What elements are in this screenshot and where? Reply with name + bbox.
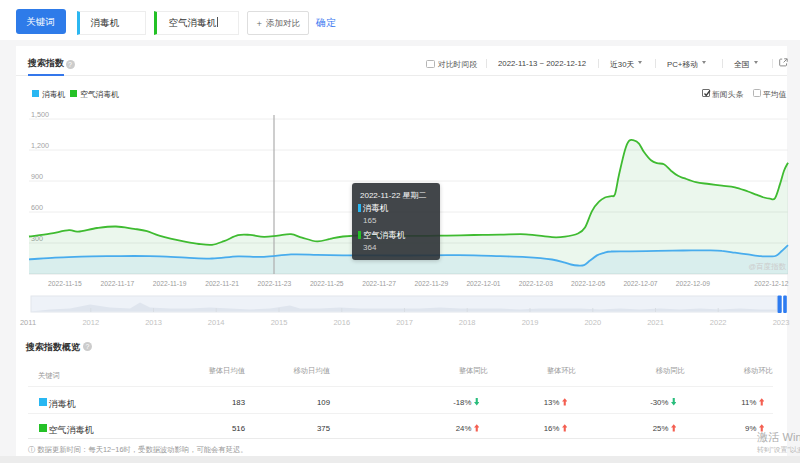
svg-text:2013: 2013 (145, 318, 162, 327)
svg-text:2018: 2018 (459, 318, 476, 327)
svg-text:2017: 2017 (396, 318, 413, 327)
svg-text:2022-11-25: 2022-11-25 (310, 280, 344, 287)
svg-text:2022-12-05: 2022-12-05 (571, 280, 605, 287)
svg-text:2019: 2019 (522, 318, 539, 327)
svg-text:2022-12-09: 2022-12-09 (676, 280, 710, 287)
svg-text:2016: 2016 (333, 318, 350, 327)
svg-text:2022-12-03: 2022-12-03 (519, 280, 553, 287)
svg-text:2023: 2023 (773, 318, 790, 327)
svg-text:2022-11-27: 2022-11-27 (362, 280, 396, 287)
svg-text:2022-12-12: 2022-12-12 (754, 280, 788, 287)
svg-text:2015: 2015 (271, 318, 288, 327)
svg-text:2022-11-17: 2022-11-17 (100, 280, 134, 287)
svg-text:2022-12-07: 2022-12-07 (623, 280, 657, 287)
svg-text:2022-11-29: 2022-11-29 (415, 280, 449, 287)
svg-text:2012: 2012 (82, 318, 99, 327)
svg-text:900: 900 (31, 172, 43, 181)
svg-text:2020: 2020 (584, 318, 601, 327)
svg-text:@百度指数: @百度指数 (748, 262, 786, 271)
svg-text:2014: 2014 (208, 318, 225, 327)
svg-text:2022-11-21: 2022-11-21 (205, 280, 239, 287)
svg-text:2022-12-01: 2022-12-01 (466, 280, 500, 287)
svg-text:2022-11-19: 2022-11-19 (153, 280, 187, 287)
svg-text:2011: 2011 (20, 318, 36, 327)
svg-text:2022-11-23: 2022-11-23 (257, 280, 291, 287)
svg-text:2022-11-15: 2022-11-15 (48, 280, 82, 287)
svg-text:1,200: 1,200 (31, 141, 49, 150)
svg-text:1,500: 1,500 (31, 110, 49, 119)
svg-text:2021: 2021 (647, 318, 664, 327)
svg-text:2022: 2022 (710, 318, 727, 327)
svg-text:600: 600 (31, 203, 43, 212)
